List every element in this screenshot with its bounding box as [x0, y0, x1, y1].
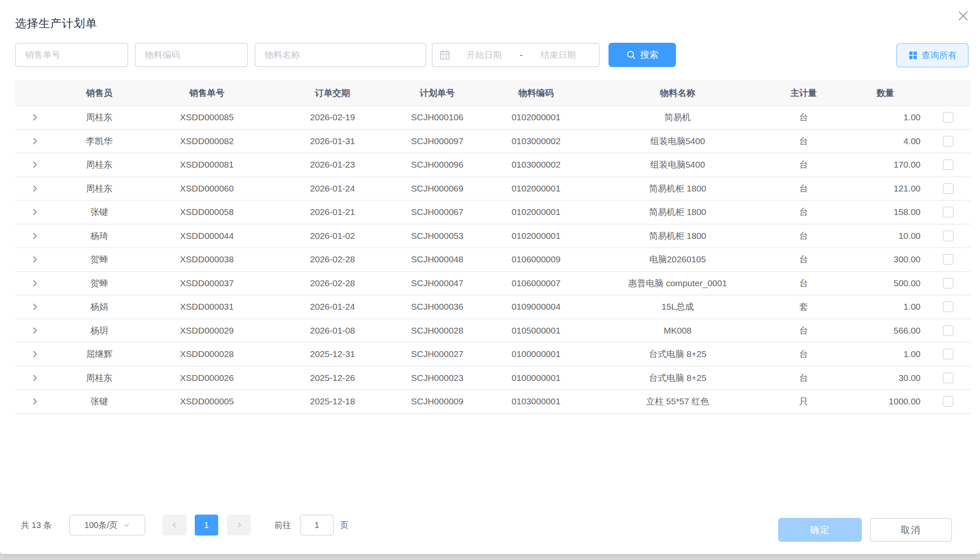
- cell-unit: 套: [762, 295, 845, 319]
- cell-seller: 周桂东: [54, 106, 144, 129]
- query-all-button[interactable]: 查询所有: [896, 43, 969, 67]
- production-plan-table: 销售员 销售单号 订单交期 计划单号 物料编码 物料名称 主计量 数量 周桂东X…: [15, 80, 971, 414]
- cell-plan-no: SCJH000067: [395, 200, 479, 224]
- row-checkbox[interactable]: [943, 112, 954, 123]
- cell-seller: 周桂东: [54, 177, 144, 201]
- expand-row-icon[interactable]: [15, 397, 54, 406]
- cell-qty: 500.00: [845, 272, 926, 295]
- cell-plan-no: SCJH000097: [395, 129, 479, 153]
- cell-qty: 566.00: [845, 319, 926, 343]
- cell-material-code: 0106000009: [479, 248, 593, 272]
- search-icon: [626, 50, 636, 60]
- row-checkbox[interactable]: [943, 230, 954, 241]
- expand-row-icon[interactable]: [15, 374, 54, 382]
- table-row: 屈继辉XSDD0000282025-12-31SCJH0000270100000…: [15, 342, 971, 366]
- cell-material-name: 简易机柜 1800: [593, 177, 762, 201]
- expand-row-icon[interactable]: [15, 255, 54, 264]
- row-checkbox[interactable]: [943, 396, 954, 407]
- page-size-select[interactable]: 100条/页: [69, 515, 145, 536]
- cell-plan-no: SCJH000053: [395, 224, 479, 248]
- cell-seller: 杨琦: [54, 224, 144, 248]
- cell-qty: 1000.00: [845, 390, 926, 414]
- search-button[interactable]: 搜索: [609, 43, 676, 67]
- expand-row-icon[interactable]: [15, 279, 54, 287]
- material-name-input[interactable]: [255, 43, 426, 67]
- cell-qty: 170.00: [845, 153, 926, 177]
- material-code-input[interactable]: [135, 43, 248, 67]
- date-separator: -: [518, 50, 524, 60]
- next-page-button[interactable]: [227, 515, 251, 536]
- cell-unit: 台: [762, 342, 845, 366]
- cell-unit: 台: [762, 272, 845, 295]
- search-button-label: 搜索: [640, 49, 659, 61]
- row-checkbox[interactable]: [943, 207, 954, 217]
- sales-order-input[interactable]: [15, 43, 128, 67]
- goto-page-input[interactable]: [300, 515, 334, 536]
- cancel-button[interactable]: 取消: [870, 518, 952, 542]
- expand-row-icon[interactable]: [15, 232, 54, 240]
- cell-material-name: 组装电脑5400: [593, 153, 762, 177]
- cell-qty: 1.00: [845, 106, 926, 129]
- expand-row-icon[interactable]: [15, 303, 54, 311]
- expand-row-icon[interactable]: [15, 137, 54, 145]
- confirm-button[interactable]: 确定: [778, 518, 862, 542]
- row-checkbox[interactable]: [943, 349, 954, 360]
- table-row: 贺蝉XSDD0000382026-02-28SCJH00004801060000…: [15, 248, 971, 272]
- row-checkbox[interactable]: [943, 325, 954, 336]
- cell-material-name: 15L总成: [593, 295, 762, 319]
- expand-row-icon[interactable]: [15, 350, 54, 358]
- cell-delivery-date: 2026-01-23: [270, 153, 395, 177]
- date-range-picker[interactable]: 开始日期 - 结束日期: [432, 43, 600, 67]
- expand-row-icon[interactable]: [15, 184, 54, 193]
- cell-qty: 4.00: [845, 129, 926, 153]
- cell-seller: 贺蝉: [54, 272, 144, 295]
- date-end-placeholder: 结束日期: [524, 49, 592, 61]
- table-row: 张键XSDD0000582026-01-21SCJH00006701020000…: [15, 200, 971, 224]
- header-delivery-date: 订单交期: [270, 80, 395, 106]
- row-checkbox[interactable]: [943, 183, 954, 194]
- cell-qty: 121.00: [845, 177, 926, 201]
- cell-qty: 1.00: [845, 295, 926, 319]
- cell-material-name: 台式电脑 8+25: [593, 342, 762, 366]
- expand-row-icon[interactable]: [15, 160, 54, 169]
- cell-order-no: XSDD000038: [144, 248, 270, 272]
- cell-delivery-date: 2026-01-02: [270, 224, 395, 248]
- page-number-1[interactable]: 1: [195, 515, 218, 536]
- cell-seller: 张键: [54, 200, 144, 224]
- cell-material-code: 0103000002: [479, 129, 593, 153]
- cell-order-no: XSDD000028: [144, 342, 270, 366]
- row-checkbox[interactable]: [943, 373, 954, 383]
- cell-material-code: 0100000001: [479, 366, 593, 390]
- cell-order-no: XSDD000060: [144, 177, 270, 201]
- cell-delivery-date: 2025-12-26: [270, 366, 395, 390]
- cell-seller: 周桂东: [54, 153, 144, 177]
- expand-row-icon[interactable]: [15, 113, 54, 122]
- cell-material-code: 0102000001: [479, 224, 593, 248]
- cell-delivery-date: 2025-12-31: [270, 342, 395, 366]
- cell-qty: 1.00: [845, 342, 926, 366]
- cell-qty: 300.00: [845, 248, 926, 272]
- cell-seller: 李凯华: [54, 129, 144, 153]
- cell-unit: 台: [762, 248, 845, 272]
- date-start-placeholder: 开始日期: [450, 49, 518, 61]
- row-checkbox[interactable]: [943, 278, 954, 289]
- expand-row-icon[interactable]: [15, 326, 54, 335]
- cell-material-name: 惠普电脑 computer_0001: [593, 272, 762, 295]
- cell-seller: 贺蝉: [54, 248, 144, 272]
- cell-qty: 158.00: [845, 200, 926, 224]
- cell-delivery-date: 2026-01-21: [270, 200, 395, 224]
- prev-page-button[interactable]: [162, 515, 186, 536]
- cell-unit: 只: [762, 390, 845, 414]
- cell-material-name: 组装电脑5400: [593, 129, 762, 153]
- row-checkbox[interactable]: [943, 254, 954, 265]
- cell-delivery-date: 2026-01-24: [270, 295, 395, 319]
- row-checkbox[interactable]: [943, 301, 954, 312]
- row-checkbox[interactable]: [943, 159, 954, 170]
- expand-row-icon[interactable]: [15, 208, 54, 216]
- cell-order-no: XSDD000031: [144, 295, 270, 319]
- cell-plan-no: SCJH000096: [395, 153, 479, 177]
- close-icon[interactable]: [956, 8, 971, 23]
- header-order-no: 销售单号: [144, 80, 270, 106]
- cell-seller: 周桂东: [54, 366, 144, 390]
- row-checkbox[interactable]: [943, 136, 954, 147]
